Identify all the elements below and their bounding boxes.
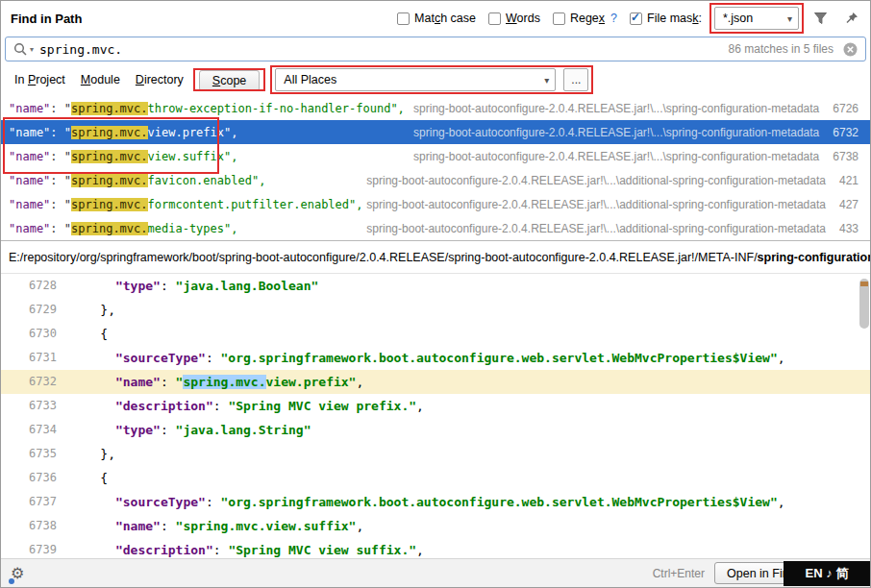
file-mask-combo[interactable]: *.json ▾ — [714, 7, 799, 30]
file-mask-checkbox[interactable]: File mask: — [630, 12, 702, 25]
editor-line[interactable]: 6733 "description": "Spring MVC view pre… — [1, 394, 870, 418]
file-mask-label: File mask: — [647, 12, 702, 25]
result-row[interactable]: "name": "spring.mvc.media-types",spring-… — [1, 216, 870, 240]
editor-code: "name": "spring.mvc.view.suffix", — [70, 514, 363, 538]
regex-help-link[interactable]: ? — [610, 12, 617, 25]
regex-checkbox-box[interactable] — [553, 12, 565, 25]
editor-code: }, — [70, 442, 115, 466]
scope-tab-scope[interactable]: Scope — [199, 70, 260, 91]
line-number: 6739 — [1, 538, 70, 558]
clear-search-icon[interactable] — [843, 42, 858, 57]
words-checkbox[interactable]: Words — [488, 12, 540, 25]
results-list: "name": "spring.mvc.throw-exception-if-n… — [1, 96, 870, 241]
result-row[interactable]: "name": "spring.mvc.formcontent.putfilte… — [1, 192, 870, 216]
scope-tab-directory[interactable]: Directory — [136, 73, 184, 86]
editor-line[interactable]: 6736 { — [1, 466, 870, 490]
search-options: Match case Words Regex ? File mask: *.js… — [397, 7, 860, 30]
result-location: spring-boot-autoconfigure-2.0.4.RELEASE.… — [413, 102, 859, 115]
chevron-down-icon: ▾ — [787, 13, 792, 24]
line-number: 6736 — [1, 466, 70, 490]
match-case-checkbox-box[interactable] — [397, 12, 410, 25]
scope-tab-wrap: Scope — [199, 71, 260, 88]
result-row[interactable]: "name": "spring.mvc.favicon.enabled",spr… — [1, 168, 870, 192]
line-number: 6737 — [1, 490, 70, 514]
editor-line[interactable]: 6739 "description": "Spring MVC view suf… — [1, 538, 870, 558]
line-number: 6728 — [1, 274, 70, 298]
editor-code: "description": "Spring MVC view suffix."… — [70, 538, 424, 558]
search-history-chevron-icon[interactable]: ▾ — [30, 45, 34, 54]
editor-line[interactable]: 6729 }, — [1, 298, 870, 322]
code-preview[interactable]: 6728 "type": "java.lang.Boolean"6729 },6… — [1, 274, 870, 558]
line-number: 6730 — [1, 322, 70, 346]
result-code: "name": "spring.mvc.media-types", — [9, 222, 237, 235]
line-number: 6734 — [1, 418, 70, 442]
pin-icon — [845, 12, 859, 25]
line-number: 6733 — [1, 394, 70, 418]
match-case-label: Match case — [414, 12, 476, 25]
dialog-footer: ⚙ Ctrl+Enter Open in Fin EN ♪ 简 — [1, 558, 870, 587]
editor-code: { — [70, 322, 108, 346]
pin-button[interactable] — [843, 10, 860, 27]
match-case-checkbox[interactable]: Match case — [397, 12, 476, 25]
editor-code: "sourceType": "org.springframework.boot.… — [70, 490, 785, 514]
editor-code: { — [70, 466, 108, 490]
result-row[interactable]: "name": "spring.mvc.throw-exception-if-n… — [1, 96, 870, 120]
scope-tab-module[interactable]: Module — [81, 73, 120, 86]
result-code: "name": "spring.mvc.view.prefix", — [9, 126, 237, 139]
scope-combo-wrap: All Places ▾ ... — [275, 68, 588, 91]
result-location: spring-boot-autoconfigure-2.0.4.RELEASE.… — [366, 198, 859, 211]
editor-code: "type": "java.lang.String" — [70, 418, 311, 442]
editor-code: }, — [70, 298, 115, 322]
line-number: 6738 — [1, 514, 70, 538]
result-code: "name": "spring.mvc.view.suffix", — [9, 150, 237, 163]
preview-file-path: E:/repository/org/springframework/boot/s… — [1, 241, 870, 274]
editor-line[interactable]: 6728 "type": "java.lang.Boolean" — [1, 274, 870, 298]
editor-line[interactable]: 6732 "name": "spring.mvc.view.prefix", — [1, 370, 870, 394]
settings-gear-button[interactable]: ⚙ — [11, 565, 30, 584]
search-input[interactable]: spring.mvc. — [39, 42, 723, 57]
editor-line[interactable]: 6731 "sourceType": "org.springframework.… — [1, 346, 870, 370]
editor-code: "description": "Spring MVC view prefix."… — [70, 394, 424, 418]
filter-funnel-icon — [813, 12, 829, 26]
preview-path-normal: E:/repository/org/springframework/boot/s… — [9, 251, 758, 264]
regex-checkbox[interactable]: Regex — [553, 12, 605, 25]
scope-combo[interactable]: All Places ▾ — [275, 68, 556, 91]
dialog-header: Find in Path Match case Words Regex ? Fi… — [1, 1, 870, 36]
editor-line[interactable]: 6735 }, — [1, 442, 870, 466]
search-field[interactable]: ▾ spring.mvc. 86 matches in 5 files — [5, 37, 866, 61]
editor-code: "type": "java.lang.Boolean" — [70, 274, 318, 298]
scope-bar: In Project Module Directory Scope All Pl… — [1, 64, 870, 95]
result-location: spring-boot-autoconfigure-2.0.4.RELEASE.… — [366, 174, 859, 187]
file-mask-combo-wrap: *.json ▾ — [714, 7, 799, 30]
file-mask-checkbox-box[interactable] — [630, 12, 642, 25]
regex-label: Regex — [570, 12, 605, 25]
result-code: "name": "spring.mvc.throw-exception-if-n… — [9, 102, 405, 115]
chevron-down-icon: ▾ — [544, 75, 549, 86]
scope-tab-in-project[interactable]: In Project — [14, 73, 65, 86]
find-in-path-dialog: Find in Path Match case Words Regex ? Fi… — [0, 0, 871, 588]
editor-line[interactable]: 6734 "type": "java.lang.String" — [1, 418, 870, 442]
editor-line[interactable]: 6730 { — [1, 322, 870, 346]
more-scopes-button[interactable]: ... — [563, 68, 588, 91]
notification-dot — [9, 578, 14, 584]
result-row[interactable]: "name": "spring.mvc.view.prefix",spring-… — [1, 120, 870, 144]
preview-path-bold: spring-configuration-metadata — [758, 251, 870, 264]
shortcut-hint: Ctrl+Enter — [653, 567, 705, 580]
words-label: Words — [506, 12, 540, 25]
result-location: spring-boot-autoconfigure-2.0.4.RELEASE.… — [413, 150, 859, 163]
result-code: "name": "spring.mvc.formcontent.putfilte… — [9, 198, 363, 211]
search-icon — [13, 42, 27, 56]
match-count: 86 matches in 5 files — [729, 42, 834, 56]
result-row[interactable]: "name": "spring.mvc.view.suffix",spring-… — [1, 144, 870, 168]
ime-language-badge: EN ♪ 简 — [784, 561, 870, 586]
filter-button[interactable] — [811, 10, 831, 28]
line-number: 6729 — [1, 298, 70, 322]
words-checkbox-box[interactable] — [488, 12, 501, 25]
editor-line[interactable]: 6737 "sourceType": "org.springframework.… — [1, 490, 870, 514]
editor-code: "sourceType": "org.springframework.boot.… — [70, 346, 785, 370]
scrollbar-thumb[interactable] — [859, 279, 869, 329]
result-location: spring-boot-autoconfigure-2.0.4.RELEASE.… — [413, 126, 859, 139]
editor-line[interactable]: 6738 "name": "spring.mvc.view.suffix", — [1, 514, 870, 538]
result-location: spring-boot-autoconfigure-2.0.4.RELEASE.… — [366, 222, 859, 235]
line-number: 6735 — [1, 442, 70, 466]
